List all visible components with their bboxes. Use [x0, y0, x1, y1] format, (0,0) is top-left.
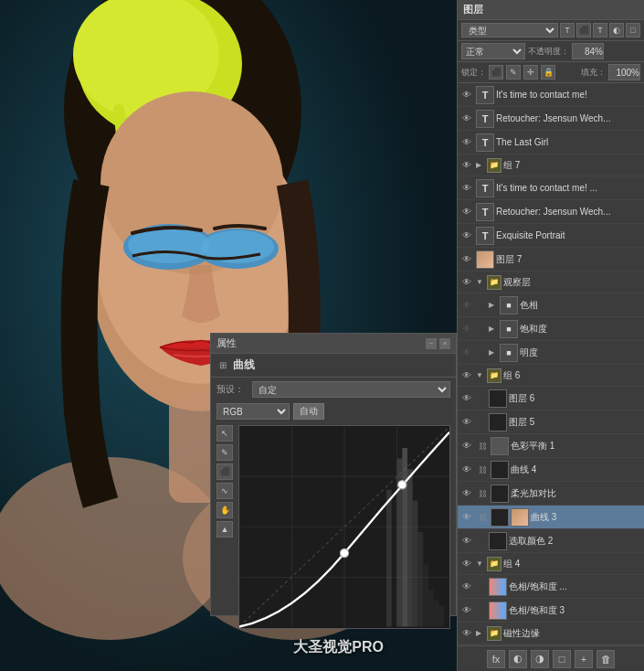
layer-type-filter[interactable]: 类型 — [461, 23, 558, 37]
main-container: 属性 − × ⊞ 曲线 预设： 自定 RGB 自动 — [0, 0, 644, 671]
add-style-btn[interactable]: fx — [487, 650, 505, 668]
curve-histogram-tool[interactable]: ▲ — [216, 521, 233, 538]
curves-minimize-btn[interactable]: − — [426, 338, 437, 349]
layer-visibility-toggle[interactable]: 👁 — [459, 626, 474, 641]
layer-visibility-toggle[interactable]: 👁 — [459, 322, 474, 336]
layer-name: 图层 6 — [509, 392, 642, 405]
shape-filter-btn[interactable]: □ — [626, 23, 640, 37]
layer-visibility-toggle[interactable]: 👁 — [459, 205, 474, 219]
curves-close-btn[interactable]: × — [439, 338, 450, 349]
layer-adjustment-item[interactable]: 👁 ⛓ 柔光加对比 — [458, 482, 644, 506]
layer-group-item[interactable]: 👁 ▶ 📁 组 7 — [458, 154, 644, 176]
layer-visibility-toggle[interactable]: 👁 — [459, 391, 474, 406]
curves-toolbar: ⊞ 曲线 — [211, 354, 456, 378]
layer-item[interactable]: 👁 ▶ ■ 明度 — [458, 341, 644, 365]
layer-thumbnail — [489, 532, 507, 550]
add-mask-btn[interactable]: ◐ — [509, 650, 527, 668]
group-arrow[interactable]: ▶ — [489, 348, 498, 357]
layer-visibility-toggle[interactable]: 👁 — [459, 439, 474, 453]
layer-visibility-toggle[interactable]: 👁 — [459, 415, 474, 430]
layer-visibility-toggle[interactable]: 👁 — [459, 486, 474, 501]
layer-visibility-toggle[interactable]: 👁 — [459, 368, 474, 383]
curve-pointer-tool[interactable]: ↖ — [216, 425, 233, 442]
layer-visibility-toggle[interactable]: 👁 — [459, 463, 474, 477]
layer-thumbnail — [489, 578, 507, 596]
group-expand-arrow[interactable]: ▼ — [476, 278, 485, 286]
layer-visibility-toggle[interactable]: 👁 — [459, 510, 474, 525]
layer-item[interactable]: 👁 色相/饱和度 ... — [458, 575, 644, 599]
group-arrow[interactable]: ▶ — [489, 325, 498, 333]
layer-item[interactable]: 👁 T Exquisite Portrait — [458, 224, 644, 248]
layer-item[interactable]: 👁 T It's time to contact me! ... — [458, 176, 644, 200]
group-expand-arrow[interactable]: ▼ — [476, 371, 485, 379]
new-group-btn[interactable]: □ — [553, 650, 571, 668]
curves-preset-select[interactable]: 自定 — [252, 381, 450, 398]
layer-visibility-toggle[interactable]: 👁 — [459, 557, 474, 571]
layer-curves3-active[interactable]: 👁 ⛓ 曲线 3 — [458, 506, 644, 529]
layer-name: 组 7 — [503, 159, 642, 172]
curves-graph[interactable] — [238, 425, 450, 629]
group-arrow[interactable]: ▶ — [476, 629, 485, 637]
layer-visibility-toggle[interactable]: 👁 — [459, 112, 474, 126]
lock-all-btn[interactable]: 🔒 — [541, 65, 555, 80]
layer-name: Retoucher: Jsensun Wech... — [496, 113, 642, 123]
group-expand-arrow[interactable]: ▼ — [476, 559, 485, 568]
layer-thumbnail: T — [476, 110, 494, 128]
layer-edge-group[interactable]: 👁 ▶ 📁 磁性边缘 — [458, 623, 644, 644]
curve-pen-tool[interactable]: ✎ — [216, 444, 233, 461]
layer-item[interactable]: 👁 图层 7 — [458, 248, 644, 272]
adjustment-icon: ■ — [500, 320, 518, 338]
curve-wave-tool[interactable]: ∿ — [216, 483, 233, 499]
layer-visibility-toggle[interactable]: 👁 — [459, 135, 474, 150]
layer-observe-group[interactable]: 👁 ▼ 📁 观察层 — [458, 272, 644, 293]
layer-visibility-toggle[interactable]: 👁 — [459, 229, 474, 243]
opacity-input[interactable] — [572, 43, 604, 59]
group-collapse-arrow[interactable]: ▶ — [476, 161, 485, 169]
adjustment-filter-btn[interactable]: ◐ — [609, 23, 624, 37]
layer-item[interactable]: 👁 T Retoucher: Jsensun Wech... — [458, 107, 644, 131]
layers-list[interactable]: 👁 T It's time to contact me! 👁 T Retouch… — [458, 83, 644, 645]
adjustment-icon: ■ — [500, 344, 518, 362]
layer-visibility-toggle[interactable]: 👁 — [459, 603, 474, 618]
layer-item[interactable]: 👁 图层 5 — [458, 410, 644, 434]
layer-group6[interactable]: 👁 ▼ 📁 组 6 — [458, 365, 644, 387]
layer-item[interactable]: 👁 T The Last Girl — [458, 131, 644, 154]
lock-pixels-btn[interactable]: ✎ — [506, 65, 521, 80]
lock-transparent-btn[interactable]: ⬛ — [489, 65, 503, 80]
layer-group4[interactable]: 👁 ▼ 📁 组 4 — [458, 553, 644, 575]
layer-thumbnail-face — [476, 250, 494, 269]
curves-auto-btn[interactable]: 自动 — [293, 403, 324, 420]
layer-visibility-toggle[interactable]: 👁 — [459, 580, 474, 594]
layer-item[interactable]: 👁 ▶ ■ 色相 — [458, 293, 644, 317]
layer-visibility-toggle[interactable]: 👁 — [459, 275, 474, 290]
layer-visibility-toggle[interactable]: 👁 — [459, 534, 474, 549]
layer-name: 图层 7 — [496, 253, 642, 266]
layer-adjustment-item[interactable]: 👁 ⛓ 色彩平衡 1 — [458, 434, 644, 458]
layer-visibility-toggle[interactable]: 👁 — [459, 252, 474, 267]
layer-visibility-toggle[interactable]: 👁 — [459, 298, 474, 313]
curve-eyedropper-tool[interactable]: ⬛ — [216, 463, 233, 480]
layer-adjustment-item[interactable]: 👁 选取颜色 2 — [458, 529, 644, 553]
curve-hand-tool[interactable]: ✋ — [216, 502, 233, 518]
layer-item[interactable]: 👁 T Retoucher: Jsensun Wech... — [458, 200, 644, 224]
text-filter-btn[interactable]: T — [593, 23, 607, 37]
lock-position-btn[interactable]: ✛ — [523, 65, 538, 80]
layer-item[interactable]: 👁 ▶ ■ 饱和度 — [458, 317, 644, 341]
layer-item[interactable]: 👁 色相/饱和度 3 — [458, 599, 644, 623]
icon-filter-btn[interactable]: ⬛ — [576, 23, 591, 37]
fill-input[interactable] — [608, 64, 640, 80]
layer-visibility-toggle[interactable]: 👁 — [459, 181, 474, 196]
new-adjustment-btn[interactable]: ◑ — [531, 650, 549, 668]
layer-visibility-toggle[interactable]: 👁 — [459, 346, 474, 360]
group-arrow[interactable]: ▶ — [489, 301, 498, 309]
curves-channel-select[interactable]: RGB — [216, 403, 290, 420]
layer-visibility-toggle[interactable]: 👁 — [459, 158, 474, 173]
new-layer-btn[interactable]: + — [575, 650, 593, 668]
layer-item[interactable]: 👁 T It's time to contact me! — [458, 83, 644, 107]
layer-adjustment-item[interactable]: 👁 ⛓ 曲线 4 — [458, 458, 644, 482]
search-icon-btn[interactable]: T — [560, 23, 575, 37]
layer-item[interactable]: 👁 图层 6 — [458, 387, 644, 410]
layer-visibility-toggle[interactable]: 👁 — [459, 88, 474, 102]
delete-layer-btn[interactable]: 🗑 — [596, 650, 615, 668]
blend-mode-select[interactable]: 正常 — [461, 43, 525, 59]
